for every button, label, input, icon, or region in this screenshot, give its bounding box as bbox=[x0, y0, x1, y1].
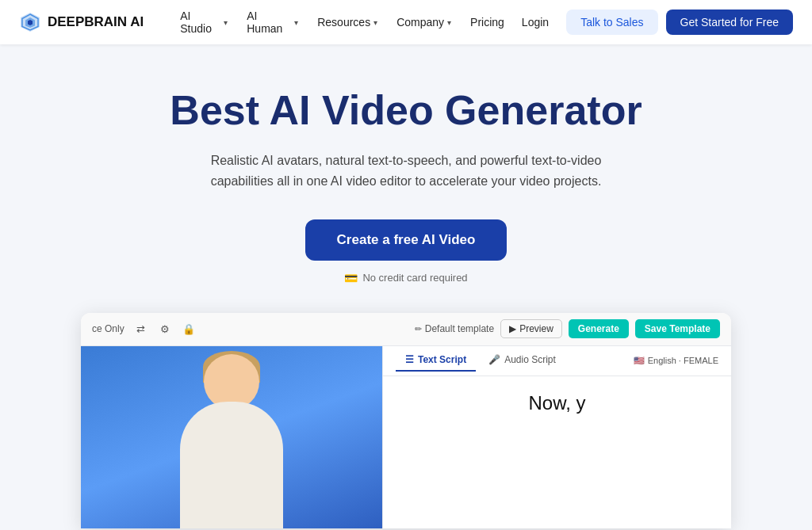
lock-icon[interactable]: 🔒 bbox=[180, 320, 197, 337]
lang-label: English · FEMALE bbox=[648, 356, 718, 365]
preview-button[interactable]: ▶ Preview bbox=[500, 319, 562, 338]
nav-item-ai-studio[interactable]: AI Studio ▾ bbox=[172, 5, 236, 40]
cta-button[interactable]: Create a free AI Video bbox=[305, 219, 508, 261]
nav-item-pricing[interactable]: Pricing bbox=[462, 11, 512, 33]
hero-section: Best AI Video Generator Realistic AI ava… bbox=[0, 44, 812, 528]
play-icon: ▶ bbox=[509, 323, 516, 334]
chevron-down-icon: ▾ bbox=[294, 18, 298, 27]
get-started-button[interactable]: Get Started for Free bbox=[666, 10, 794, 35]
tab-text-script[interactable]: ☰ Text Script bbox=[396, 349, 476, 372]
chevron-down-icon: ▾ bbox=[224, 18, 228, 27]
avatar-body bbox=[180, 402, 283, 528]
template-selector[interactable]: ✏ Default template bbox=[415, 323, 494, 334]
script-tab-group: ☰ Text Script 🎤 Audio Script bbox=[396, 349, 565, 372]
script-panel: ☰ Text Script 🎤 Audio Script 🇺🇸 English … bbox=[382, 346, 731, 528]
hero-subtitle: Realistic AI avatars, natural text-to-sp… bbox=[184, 151, 628, 193]
app-preview: ce Only ⇄ ⚙ 🔒 ✏ Default template ▶ Previ… bbox=[81, 313, 731, 528]
toolbar-left-text: ce Only bbox=[92, 323, 124, 334]
svg-marker-3 bbox=[28, 20, 33, 25]
settings-icon[interactable]: ⚙ bbox=[156, 320, 174, 337]
template-icon: ✏ bbox=[415, 324, 422, 334]
nav-label-company: Company bbox=[396, 16, 444, 29]
save-template-button[interactable]: Save Template bbox=[635, 319, 720, 338]
hero-title: Best AI Video Generator bbox=[170, 87, 642, 135]
no-cc-label: No credit card required bbox=[362, 272, 467, 284]
no-credit-card-notice: 💳 No credit card required bbox=[344, 272, 467, 284]
language-selector[interactable]: 🇺🇸 English · FEMALE bbox=[634, 356, 718, 366]
share-icon[interactable]: ⇄ bbox=[132, 320, 150, 337]
logo-icon bbox=[19, 11, 41, 33]
toolbar-icons: ⇄ ⚙ 🔒 bbox=[132, 320, 197, 337]
login-button[interactable]: Login bbox=[512, 10, 558, 34]
generate-button[interactable]: Generate bbox=[569, 319, 629, 338]
script-tabs: ☰ Text Script 🎤 Audio Script 🇺🇸 English … bbox=[383, 346, 731, 376]
tab-audio-script[interactable]: 🎤 Audio Script bbox=[479, 349, 565, 372]
nav-menu: AI Studio ▾ AI Human ▾ Resources ▾ Compa… bbox=[172, 5, 512, 40]
credit-card-icon: 💳 bbox=[344, 272, 358, 284]
chevron-down-icon: ▾ bbox=[373, 18, 377, 27]
nav-label-resources: Resources bbox=[317, 16, 370, 29]
avatar-figure bbox=[136, 346, 327, 528]
nav-label-ai-studio: AI Studio bbox=[180, 10, 220, 35]
logo[interactable]: DEEPBRAIN AI bbox=[19, 11, 144, 33]
flag-icon: 🇺🇸 bbox=[634, 356, 645, 366]
nav-item-ai-human[interactable]: AI Human ▾ bbox=[239, 5, 306, 40]
video-panel bbox=[81, 346, 382, 528]
nav-item-resources[interactable]: Resources ▾ bbox=[309, 11, 385, 33]
talk-to-sales-button[interactable]: Talk to Sales bbox=[566, 10, 657, 35]
app-body: ☰ Text Script 🎤 Audio Script 🇺🇸 English … bbox=[81, 346, 731, 528]
nav-label-ai-human: AI Human bbox=[247, 10, 291, 35]
toolbar-right: ✏ Default template ▶ Preview Generate Sa… bbox=[415, 319, 720, 338]
tab-audio-script-label: Audio Script bbox=[504, 354, 556, 365]
audio-icon: 🎤 bbox=[488, 354, 500, 365]
tab-text-script-label: Text Script bbox=[418, 354, 466, 365]
navbar-actions: Login Talk to Sales Get Started for Free bbox=[512, 10, 793, 35]
nav-label-pricing: Pricing bbox=[470, 16, 504, 29]
script-text: Now, y bbox=[528, 392, 585, 414]
text-script-icon: ☰ bbox=[405, 354, 414, 365]
template-label: Default template bbox=[425, 323, 494, 334]
preview-label: Preview bbox=[519, 323, 553, 334]
app-toolbar: ce Only ⇄ ⚙ 🔒 ✏ Default template ▶ Previ… bbox=[81, 313, 731, 346]
chevron-down-icon: ▾ bbox=[447, 18, 451, 27]
script-content: Now, y bbox=[383, 376, 731, 528]
nav-item-company[interactable]: Company ▾ bbox=[389, 11, 459, 33]
navbar: DEEPBRAIN AI AI Studio ▾ AI Human ▾ Reso… bbox=[0, 0, 812, 44]
toolbar-left: ce Only ⇄ ⚙ 🔒 bbox=[92, 320, 197, 337]
logo-text: DEEPBRAIN AI bbox=[48, 14, 144, 30]
